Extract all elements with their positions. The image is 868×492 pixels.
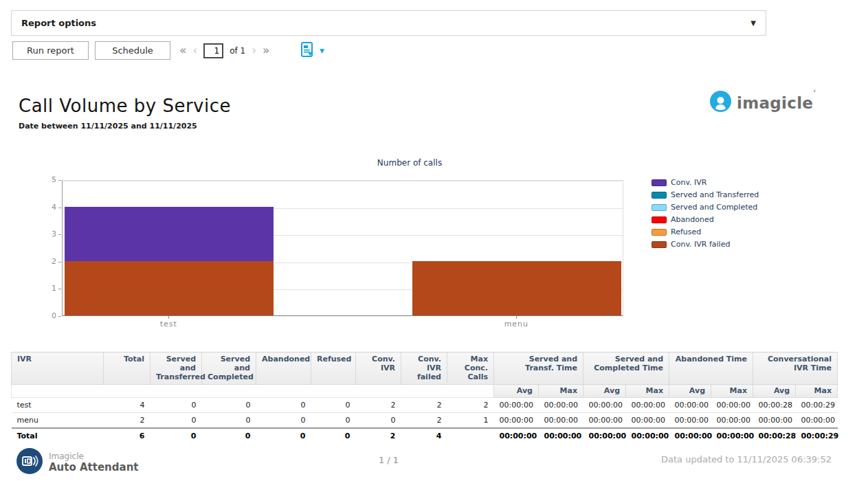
table-cell: 00:00:29 (796, 428, 838, 443)
footer-updated-timestamp: Data updated to 11/11/2025 06:39:52 (661, 454, 832, 465)
legend-label: Refused (671, 227, 701, 236)
y-tick-label: 5 (40, 175, 56, 184)
table-cell: 00:00:00 (753, 413, 796, 429)
blank-subheader-cell (12, 385, 104, 398)
column-group-header: Served and Transf. Time (494, 353, 583, 385)
report-page: Report options ▼ Run report Schedule « ‹… (0, 0, 868, 492)
legend-label: Served and Completed (671, 203, 757, 212)
footer-page-number: 1 / 1 (11, 455, 766, 465)
y-tick-mark (58, 316, 61, 317)
column-header: Max Conc. Calls (447, 353, 494, 385)
table-cell: 0 (202, 413, 256, 429)
table-cell: 00:00:00 (583, 413, 626, 429)
table-cell: 00:00:29 (796, 398, 838, 413)
page-title: Call Volume by Service (19, 96, 231, 116)
blank-subheader-cell (401, 385, 447, 398)
y-tick-mark (58, 208, 61, 208)
gridline (63, 181, 623, 181)
table-cell: 00:00:00 (796, 413, 838, 429)
legend-swatch (652, 179, 667, 186)
schedule-button[interactable]: Schedule (95, 41, 170, 60)
table-cell: 0 (356, 413, 401, 429)
export-caret-icon: ▼ (320, 47, 324, 54)
blank-subheader-cell (311, 385, 356, 398)
chevron-down-icon: ▼ (750, 19, 756, 27)
imagicle-mark-icon (710, 91, 731, 115)
legend-label: Conv. IVR failed (671, 240, 730, 249)
table-cell: 4 (104, 398, 151, 413)
y-tick-label: 1 (40, 284, 56, 293)
column-header: Served and Transferred (151, 353, 202, 385)
legend-item: Served and Completed (652, 203, 759, 212)
table-cell: 2 (356, 428, 401, 443)
legend-item: Conv. IVR failed (652, 240, 759, 249)
first-page-icon[interactable]: « (179, 45, 186, 56)
table-total-row: Total600002400:00:0000:00:0000:00:0000:0… (12, 428, 838, 443)
export-button[interactable]: ▼ (300, 41, 324, 60)
table-cell: 0 (151, 428, 202, 443)
table-cell: 00:00:00 (711, 413, 753, 429)
bar-segment-conv-ivr-failed (412, 261, 621, 315)
report-date-range: Date between 11/11/2025 and 11/11/2025 (19, 122, 197, 131)
subcolumn-header: Max (539, 385, 583, 398)
table-cell: 0 (151, 413, 202, 429)
x-category-label: test (160, 320, 177, 328)
y-tick-mark (58, 262, 61, 262)
next-page-icon[interactable]: › (252, 45, 256, 56)
imagicle-logo: imagicle’ (710, 91, 816, 115)
y-tick-mark (58, 289, 61, 289)
column-header: Total (104, 353, 151, 385)
legend-item: Conv. IVR (652, 178, 759, 187)
table-cell: 00:00:28 (753, 428, 796, 443)
table-cell: 0 (256, 398, 311, 413)
blank-subheader-cell (104, 385, 151, 398)
report-options-bar[interactable]: Report options ▼ (11, 10, 766, 36)
legend-swatch (652, 192, 667, 199)
subcolumn-header: Avg (494, 385, 539, 398)
table-cell: 0 (256, 428, 311, 443)
subcolumn-header: Max (796, 385, 838, 398)
legend-swatch (652, 216, 667, 223)
table-cell: 2 (447, 398, 494, 413)
table-cell: 0 (311, 413, 356, 429)
column-header: Abandoned (256, 353, 311, 385)
table-cell: 6 (104, 428, 151, 443)
prev-page-icon[interactable]: ‹ (192, 45, 197, 56)
table-cell: 00:00:00 (626, 413, 669, 429)
table-cell: 00:00:00 (494, 398, 539, 413)
table-row: test4000022200:00:0000:00:0000:00:0000:0… (12, 398, 838, 413)
bar-segment-conv-ivr-failed (65, 261, 274, 315)
subcolumn-header: Avg (753, 385, 796, 398)
table-cell: 00:00:00 (539, 428, 583, 443)
subcolumn-header: Max (626, 385, 669, 398)
y-tick-mark (58, 234, 61, 235)
report-options-label: Report options (21, 18, 96, 28)
legend-swatch (652, 229, 667, 236)
table-cell: 00:00:00 (711, 428, 753, 443)
table-cell: 0 (256, 413, 311, 429)
y-tick-label: 0 (40, 311, 56, 320)
table-cell: 0 (311, 428, 356, 443)
table-row: menu2000002100:00:0000:00:0000:00:0000:0… (12, 413, 838, 429)
table-cell: 0 (202, 398, 256, 413)
legend-item: Abandoned (652, 215, 759, 224)
column-group-header: Served and Completed Time (583, 353, 669, 385)
run-report-button[interactable]: Run report (12, 41, 89, 60)
pagination: « ‹ of 1 › » (179, 41, 269, 60)
legend-item: Refused (652, 227, 759, 236)
x-tick-mark (168, 316, 169, 319)
x-tick-mark (516, 316, 517, 319)
column-header: Conv. IVR failed (401, 353, 447, 385)
legend-label: Served and Transferred (671, 190, 759, 199)
y-tick-label: 2 (40, 257, 56, 266)
table-cell: 00:00:00 (669, 428, 711, 443)
table-cell: 00:00:00 (539, 413, 583, 429)
table-cell: Total (12, 428, 104, 443)
table-cell: 00:00:00 (626, 398, 669, 413)
page-number-input[interactable] (203, 43, 223, 58)
last-page-icon[interactable]: » (263, 45, 269, 56)
column-group-header: Conversational IVR Time (753, 353, 838, 385)
column-header: Conv. IVR (356, 353, 401, 385)
blank-subheader-cell (202, 385, 256, 398)
table-cell: 0 (151, 398, 202, 413)
